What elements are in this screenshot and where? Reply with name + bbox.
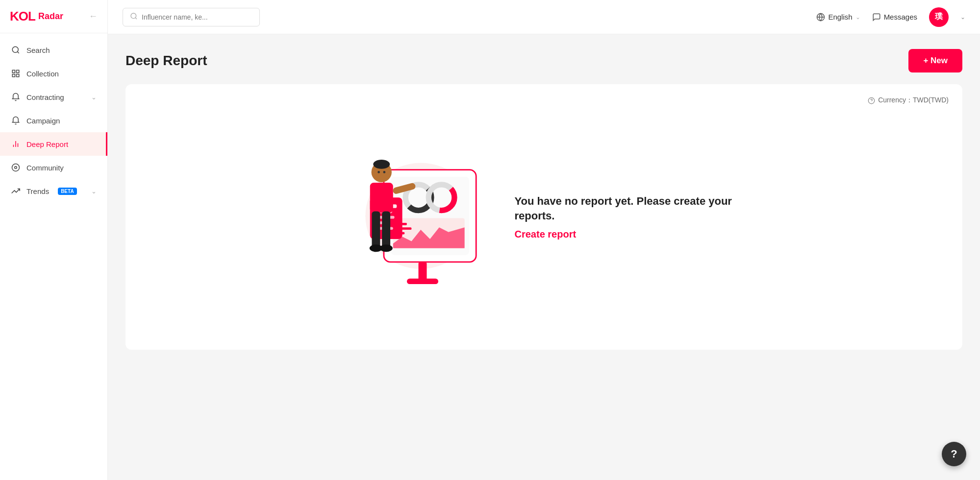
create-report-link[interactable]: Create report bbox=[515, 229, 577, 240]
sidebar-nav: Search Collection Contracting ⌄ Campaign bbox=[0, 33, 107, 480]
svg-rect-41 bbox=[372, 211, 380, 248]
sidebar-item-search[interactable]: Search bbox=[0, 38, 107, 62]
search-icon bbox=[11, 45, 21, 55]
svg-point-44 bbox=[379, 244, 392, 252]
svg-point-10 bbox=[15, 167, 17, 169]
logo-radar: Radar bbox=[38, 11, 63, 22]
messages-button[interactable]: Messages bbox=[872, 13, 917, 22]
contracting-chevron: ⌄ bbox=[91, 94, 97, 101]
header-right: English ⌄ Messages 璞 ⌄ bbox=[816, 7, 965, 27]
globe-icon bbox=[816, 13, 825, 22]
search-box[interactable] bbox=[123, 8, 260, 26]
sidebar-item-contracting-label: Contracting bbox=[26, 93, 64, 101]
svg-rect-5 bbox=[17, 74, 19, 77]
trends-chevron: ⌄ bbox=[91, 188, 97, 195]
community-icon bbox=[11, 163, 21, 172]
svg-rect-3 bbox=[17, 70, 19, 72]
svg-point-0 bbox=[12, 47, 18, 52]
report-card: Currency：TWD(TWD) bbox=[126, 84, 962, 350]
svg-point-38 bbox=[377, 171, 380, 173]
sidebar-item-trends-label: Trends bbox=[26, 187, 49, 195]
currency-info: Currency：TWD(TWD) bbox=[868, 96, 949, 105]
beta-badge: BETA bbox=[58, 188, 76, 195]
empty-text: You have no report yet. Please create yo… bbox=[515, 194, 760, 240]
svg-rect-4 bbox=[12, 74, 15, 77]
empty-message: You have no report yet. Please create yo… bbox=[515, 194, 760, 224]
sidebar-back-button[interactable]: ← bbox=[89, 11, 98, 22]
svg-rect-2 bbox=[12, 70, 15, 72]
sidebar-item-deep-report-label: Deep Report bbox=[26, 140, 68, 148]
search-icon bbox=[130, 12, 138, 22]
svg-rect-29 bbox=[407, 279, 438, 284]
sidebar-item-contracting[interactable]: Contracting ⌄ bbox=[0, 85, 107, 109]
new-button[interactable]: + New bbox=[908, 49, 962, 72]
messages-icon bbox=[872, 13, 881, 22]
search-input[interactable] bbox=[142, 13, 252, 21]
content-area: Deep Report + New Currency：TWD(TWD) bbox=[108, 34, 980, 480]
sidebar: KOL Radar ← Search Collection Contractin… bbox=[0, 0, 108, 480]
svg-point-39 bbox=[383, 171, 385, 173]
language-selector[interactable]: English ⌄ bbox=[816, 13, 860, 22]
deep-report-icon bbox=[11, 139, 21, 149]
messages-label: Messages bbox=[884, 13, 917, 21]
sidebar-item-deep-report[interactable]: Deep Report bbox=[0, 132, 107, 156]
collection-icon bbox=[11, 69, 21, 78]
language-label: English bbox=[828, 13, 852, 21]
campaign-icon bbox=[11, 116, 21, 125]
language-chevron: ⌄ bbox=[855, 14, 860, 21]
svg-rect-28 bbox=[418, 262, 427, 281]
page-title: Deep Report bbox=[126, 53, 207, 69]
logo-kol: KOL bbox=[10, 9, 35, 24]
sidebar-item-campaign-label: Campaign bbox=[26, 117, 60, 125]
sidebar-item-community-label: Community bbox=[26, 164, 64, 172]
contracting-icon bbox=[11, 92, 21, 102]
avatar-chevron[interactable]: ⌄ bbox=[960, 14, 965, 21]
svg-line-12 bbox=[135, 18, 137, 19]
svg-line-1 bbox=[17, 51, 19, 53]
svg-rect-42 bbox=[382, 211, 390, 248]
sidebar-item-collection-label: Collection bbox=[26, 70, 59, 78]
main-area: English ⌄ Messages 璞 ⌄ Deep Report + New… bbox=[108, 0, 980, 480]
avatar[interactable]: 璞 bbox=[929, 7, 949, 27]
currency-icon bbox=[868, 97, 875, 104]
sidebar-item-trends[interactable]: Trends BETA ⌄ bbox=[0, 179, 107, 203]
sidebar-item-community[interactable]: Community bbox=[0, 156, 107, 179]
trends-icon bbox=[11, 186, 21, 196]
svg-point-11 bbox=[131, 13, 136, 19]
logo-area: KOL Radar ← bbox=[0, 0, 107, 33]
illustration bbox=[328, 128, 485, 306]
sidebar-item-search-label: Search bbox=[26, 46, 50, 54]
svg-point-37 bbox=[373, 160, 390, 169]
page-header: Deep Report + New bbox=[126, 49, 962, 72]
header: English ⌄ Messages 璞 ⌄ bbox=[108, 0, 980, 34]
sidebar-item-campaign[interactable]: Campaign bbox=[0, 109, 107, 132]
sidebar-item-collection[interactable]: Collection bbox=[0, 62, 107, 85]
svg-point-9 bbox=[12, 164, 20, 171]
help-button[interactable]: ? bbox=[942, 442, 966, 466]
svg-rect-40 bbox=[370, 183, 393, 213]
empty-state: You have no report yet. Please create yo… bbox=[140, 99, 948, 335]
currency-label: Currency：TWD(TWD) bbox=[878, 96, 949, 105]
